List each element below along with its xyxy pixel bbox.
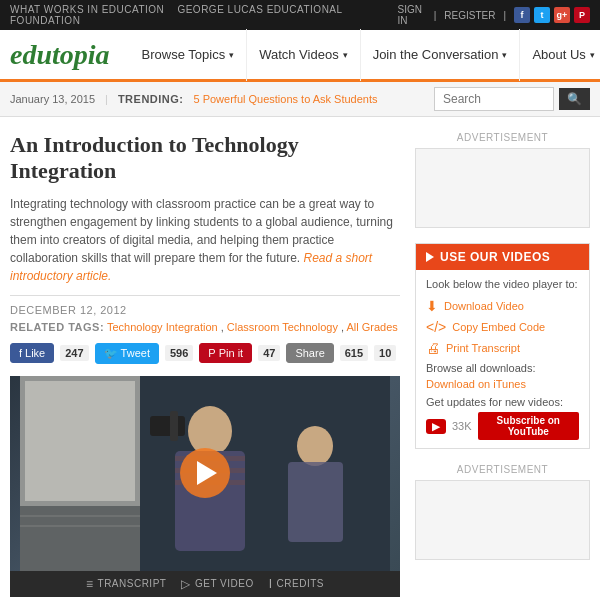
play-button[interactable] [180,448,230,498]
article-date: DECEMBER 12, 2012 [10,295,400,316]
tag-classroom-technology[interactable]: Classroom Technology [227,321,338,333]
play-icon [426,252,434,262]
facebook-icon[interactable]: f [514,7,530,23]
twitter-count: 596 [165,345,193,361]
chevron-down-icon: ▾ [229,50,234,60]
nav-about-us[interactable]: About Us ▾ [520,29,600,81]
tag-all-grades[interactable]: All Grades [346,321,397,333]
header: edutopia Browse Topics ▾ Watch Videos ▾ … [0,30,600,82]
chevron-down-icon: ▾ [590,50,595,60]
pinterest-icon[interactable]: P [574,7,590,23]
top-bar-text1: WHAT WORKS IN EDUCATION [10,4,164,15]
search-area: 🔍 [434,87,590,111]
register-link[interactable]: REGISTER [444,10,495,21]
pinterest-share-button[interactable]: P Pin it [199,343,252,363]
ad-label-bottom: ADVERTISEMENT [415,464,590,475]
credits-button[interactable]: i CREDITS [269,577,324,591]
sidebar: ADVERTISEMENT USE OUR VIDEOS Look below … [415,132,590,600]
social-icons: f t g+ P [514,7,590,23]
tag-technology-integration[interactable]: Technology Integration [107,321,218,333]
itunes-link[interactable]: Download on iTunes [426,378,526,390]
pinterest-count: 47 [258,345,280,361]
videos-box-header: USE OUR VIDEOS [416,244,589,270]
sign-in-link[interactable]: SIGN IN [398,4,426,26]
pinterest-icon: P [208,347,215,359]
browse-all-label: Browse all downloads: [426,362,579,374]
facebook-count: 247 [60,345,88,361]
sub-header: January 13, 2015 | TRENDING: 5 Powerful … [0,82,600,117]
advertisement-bottom [415,480,590,560]
main-nav: Browse Topics ▾ Watch Videos ▾ Join the … [130,29,600,81]
copy-embed-option[interactable]: </> Copy Embed Code [426,319,579,335]
twitter-icon: 🐦 [104,347,118,360]
top-bar: WHAT WORKS IN EDUCATION GEORGE LUCAS EDU… [0,0,600,30]
print-transcript-link[interactable]: Print Transcript [446,342,520,354]
advertisement-top [415,148,590,228]
use-our-videos-box: USE OUR VIDEOS Look below the video play… [415,243,590,449]
content-wrapper: An Introduction to Technology Integratio… [0,117,600,600]
transcript-button[interactable]: ≡ TRANSCRIPT [86,577,166,591]
chevron-down-icon: ▾ [502,50,507,60]
generic-share-button[interactable]: Share [286,343,333,363]
nav-browse-topics[interactable]: Browse Topics ▾ [130,29,248,81]
facebook-icon: f [19,347,22,359]
nav-join-conversation[interactable]: Join the Conversation ▾ [361,29,521,81]
ad-label-top: ADVERTISEMENT [415,132,590,143]
facebook-share-button[interactable]: f Like [10,343,54,363]
download-video-link[interactable]: Download Video [444,300,524,312]
download-icon: ⬇ [426,298,438,314]
googleplus-icon[interactable]: g+ [554,7,570,23]
play-icon [197,461,217,485]
videos-subtitle: Look below the video player to: [426,278,579,290]
trending-link[interactable]: 5 Powerful Questions to Ask Students [193,93,377,105]
download-video-option[interactable]: ⬇ Download Video [426,298,579,314]
embed-icon: </> [426,319,446,335]
article-title: An Introduction to Technology Integratio… [10,132,400,185]
trending-label: TRENDING: [118,93,184,105]
video-icon: ▷ [181,577,191,591]
video-scene [10,376,400,571]
copy-embed-link[interactable]: Copy Embed Code [452,321,545,333]
top-bar-right: SIGN IN | REGISTER | f t g+ P [398,4,590,26]
share-extra-count: 10 [374,345,396,361]
search-button[interactable]: 🔍 [559,88,590,110]
print-transcript-option[interactable]: 🖨 Print Transcript [426,340,579,356]
main-content: An Introduction to Technology Integratio… [10,132,415,600]
get-video-button[interactable]: ▷ GET VIDEO [181,577,253,591]
chevron-down-icon: ▾ [343,50,348,60]
youtube-subscribe-area: ▶ 33K Subscribe on YouTube [426,412,579,440]
video-player[interactable] [10,376,400,571]
youtube-count: 33K [452,420,472,432]
logo[interactable]: edutopia [10,39,110,71]
get-updates-label: Get updates for new videos: [426,396,579,408]
print-icon: 🖨 [426,340,440,356]
date-label: January 13, 2015 [10,93,95,105]
nav-watch-videos[interactable]: Watch Videos ▾ [247,29,361,81]
top-bar-branding: WHAT WORKS IN EDUCATION GEORGE LUCAS EDU… [10,4,398,26]
article-body: Integrating technology with classroom pr… [10,195,400,285]
video-controls-bar: ≡ TRANSCRIPT ▷ GET VIDEO i CREDITS [10,571,400,597]
share-bar: f Like 247 🐦 Tweet 596 P Pin it 47 Share… [10,343,400,364]
subscribe-button[interactable]: Subscribe on YouTube [478,412,579,440]
twitter-share-button[interactable]: 🐦 Tweet [95,343,159,364]
share-count: 615 [340,345,368,361]
transcript-icon: ≡ [86,577,94,591]
videos-box-content: Look below the video player to: ⬇ Downlo… [416,270,589,448]
search-input[interactable] [434,87,554,111]
video-play-overlay[interactable] [10,376,400,571]
twitter-icon[interactable]: t [534,7,550,23]
youtube-icon: ▶ [426,419,446,434]
credits-icon: i [269,577,273,591]
related-tags: RELATED TAGS: Technology Integration , C… [10,321,400,333]
